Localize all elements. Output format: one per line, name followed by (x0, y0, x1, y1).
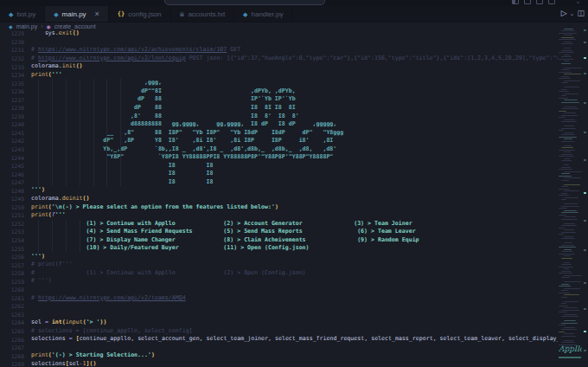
ruler-mark (584, 102, 586, 104)
minimap-line (561, 30, 575, 31)
minimap-line (561, 37, 574, 38)
line-number[interactable]: 1259 (0, 279, 31, 285)
toggle-sidebar-icon[interactable] (512, 0, 519, 4)
line-number[interactable]: 1263 (0, 312, 31, 318)
minimap[interactable]: Appllo (558, 26, 582, 367)
line-number[interactable]: 1250 (0, 204, 31, 210)
line-number[interactable]: 1261 (0, 295, 31, 301)
minimap-line (559, 273, 572, 274)
line-number[interactable]: 1248 (0, 188, 31, 194)
line-number[interactable]: 1243 (0, 146, 31, 152)
minimap-line (561, 277, 570, 278)
minimap-line (559, 306, 568, 306)
minimap-line (564, 145, 572, 146)
line-number[interactable]: 1262 (0, 303, 31, 309)
minimap-line (564, 255, 571, 256)
minimap-line (561, 141, 574, 142)
code-area[interactable]: 1228 acc, sess = create_account()1229 sy… (0, 26, 558, 367)
chevron-down-icon[interactable]: ⌄ (575, 0, 581, 5)
tab-accounts-txt[interactable]: ≣ accounts.txt (171, 6, 235, 22)
line-number[interactable]: 1254 (0, 237, 31, 243)
customize-layout-icon[interactable] (548, 0, 555, 4)
minimap-line (561, 121, 577, 122)
tab-main-py[interactable]: ◆ main.py × (45, 6, 109, 22)
line-number[interactable]: 1246 (0, 171, 31, 177)
minimap-line (561, 297, 567, 298)
ruler-mark (584, 42, 586, 43)
breadcrumb-file[interactable]: main.py (16, 23, 38, 29)
minimap-line (564, 87, 579, 87)
line-number[interactable]: 1242 (0, 138, 31, 144)
line-number[interactable]: 1269 (0, 361, 31, 367)
vscode-window: ⌄ ◆ bot.py ◆ main.py × {} config.json ≣ … (0, 0, 588, 367)
line-number[interactable]: 1268 (0, 353, 31, 359)
line-number[interactable]: 1230 (0, 39, 31, 45)
tab-handler-py[interactable]: ◆ handler.py (234, 6, 292, 22)
line-number[interactable]: 1237 (0, 97, 31, 103)
minimap-line (564, 93, 578, 94)
indent-guides (38, 220, 93, 253)
close-tab-icon[interactable]: × (95, 10, 99, 18)
run-python-file-icon[interactable]: ▷ (561, 9, 567, 17)
code-line: 1257# print(f''' (0, 261, 558, 269)
line-number[interactable]: 1267 (0, 344, 31, 351)
line-number[interactable]: 1264 (0, 319, 31, 325)
line-number[interactable]: 1245 (0, 163, 31, 169)
line-number[interactable]: 1235 (0, 80, 31, 87)
line-number[interactable]: 1247 (0, 179, 31, 185)
title-bar: ⌄ (0, 0, 588, 6)
minimap-line (561, 108, 578, 109)
minimap-line (559, 91, 569, 92)
tab-label: handler.py (252, 10, 284, 18)
line-number[interactable]: 1257 (0, 262, 31, 268)
minimap-line (564, 151, 571, 152)
split-editor-icon[interactable]: ◫ (577, 9, 585, 17)
line-number[interactable]: 1244 (0, 155, 31, 161)
code-line: 1233colorama.init() (0, 62, 558, 71)
line-number[interactable]: 1239 (0, 113, 31, 119)
minimap-line (564, 138, 572, 139)
command-center-search[interactable] (164, 0, 325, 5)
minimap-line (561, 95, 566, 96)
line-number[interactable]: 1252 (0, 221, 31, 227)
line-number[interactable]: 1258 (0, 270, 31, 276)
code-line: 1266selections = [continue_appllo, selec… (0, 335, 558, 344)
minimap-line (561, 50, 572, 51)
line-number[interactable]: 1231 (0, 47, 31, 53)
line-number[interactable]: 1241 (0, 130, 31, 136)
minimap-line (559, 150, 575, 151)
line-number[interactable]: 1234 (0, 72, 31, 78)
line-number[interactable]: 1249 (0, 196, 31, 202)
line-number[interactable]: 1240 (0, 121, 31, 127)
minimap-line (559, 325, 566, 325)
line-number[interactable]: 1233 (0, 64, 31, 70)
overview-ruler[interactable] (582, 23, 588, 367)
minimap-line (561, 225, 577, 226)
breadcrumb-symbol[interactable]: create_account (54, 23, 96, 29)
minimap-line (561, 245, 574, 246)
line-number[interactable]: 1238 (0, 105, 31, 111)
toggle-secondary-sidebar-icon[interactable] (536, 0, 543, 4)
line-number[interactable]: 1256 (0, 254, 31, 260)
line-number[interactable]: 1255 (0, 246, 31, 252)
minimap-line (561, 323, 578, 324)
code-line: 1262 (0, 302, 558, 311)
line-number[interactable]: 1236 (0, 88, 31, 94)
toggle-panel-icon[interactable] (524, 0, 531, 4)
python-file-icon: ◆ (9, 23, 13, 29)
minimap-line (564, 327, 575, 328)
minimap-line (564, 197, 578, 198)
line-number[interactable]: 1251 (0, 212, 31, 218)
ruler-mark (584, 350, 586, 351)
line-number[interactable]: 1229 (0, 30, 31, 36)
minimap-line (564, 275, 582, 276)
run-dropdown-icon[interactable]: ⌄ (570, 10, 575, 17)
tab-bot-py[interactable]: ◆ bot.py (0, 6, 45, 22)
line-number[interactable]: 1266 (0, 337, 31, 343)
tab-config-json[interactable]: {} config.json (109, 6, 171, 22)
line-number[interactable]: 1260 (0, 287, 31, 293)
minimap-line (559, 332, 565, 332)
line-number[interactable]: 1265 (0, 328, 31, 334)
line-number[interactable]: 1253 (0, 229, 31, 235)
line-number[interactable]: 1232 (0, 55, 31, 61)
